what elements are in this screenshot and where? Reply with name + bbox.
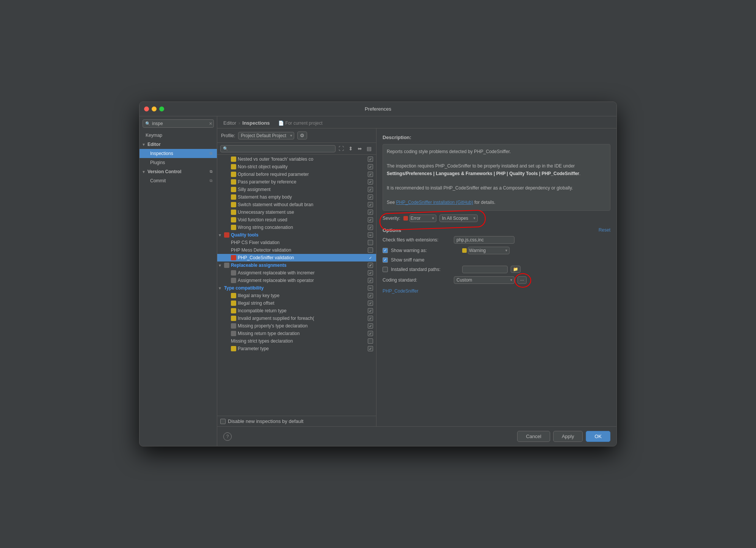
installed-paths-checkbox[interactable]: [383, 267, 388, 272]
scope-select[interactable]: In All Scopes: [439, 215, 478, 222]
severity-indicator: [231, 308, 236, 313]
inspection-search-box[interactable]: 🔍: [220, 145, 336, 152]
close-button[interactable]: [144, 106, 149, 111]
list-item-selected[interactable]: PHP_CodeSniffer validation: [217, 254, 376, 261]
sidebar-item-label: Inspections: [150, 151, 208, 156]
show-warning-checkbox[interactable]: [383, 248, 388, 253]
list-item[interactable]: Unnecessary statement use: [217, 208, 376, 216]
list-item[interactable]: Missing property's type declaration: [217, 322, 376, 330]
collapse-all-button[interactable]: ⬌: [356, 145, 364, 152]
list-item[interactable]: Missing return type declaration: [217, 330, 376, 337]
search-clear-icon[interactable]: ✕: [209, 121, 212, 126]
severity-indicator: [231, 187, 236, 192]
item-checkbox[interactable]: [368, 316, 373, 321]
sidebar-item-version-control[interactable]: ▼ Version Control ⧉: [140, 167, 217, 176]
reset-link[interactable]: Reset: [599, 227, 610, 233]
list-item[interactable]: Incompatible return type: [217, 307, 376, 315]
list-item[interactable]: PHP Mess Detector validation: [217, 246, 376, 254]
item-checkbox[interactable]: [368, 293, 373, 298]
item-checkbox[interactable]: [368, 331, 373, 336]
sidebar-item-keymap[interactable]: Keymap: [140, 131, 217, 140]
item-checkbox[interactable]: [368, 263, 373, 268]
coding-standard-select[interactable]: Custom PSR1 PSR2 PSR12 PEAR Squiz: [454, 276, 514, 284]
list-item-category[interactable]: ▼ Replaceable assignments: [217, 261, 376, 269]
item-checkbox[interactable]: [368, 157, 373, 162]
item-checkbox[interactable]: [368, 255, 373, 260]
installed-paths-browse-button[interactable]: 📁: [511, 266, 521, 273]
sidebar-item-editor[interactable]: ▼ Editor: [140, 140, 217, 149]
apply-button[interactable]: Apply: [553, 431, 583, 442]
item-checkbox[interactable]: [368, 346, 373, 351]
sidebar-item-inspections[interactable]: Inspections ⧉: [140, 149, 217, 158]
list-item[interactable]: Illegal string offset: [217, 299, 376, 307]
item-checkbox[interactable]: [368, 179, 373, 185]
item-checkbox[interactable]: [368, 338, 373, 344]
item-checkbox[interactable]: [368, 301, 373, 306]
list-item-category[interactable]: ▼ Type compatibility: [217, 284, 376, 292]
item-checkbox[interactable]: [368, 247, 373, 253]
maximize-button[interactable]: [159, 106, 164, 111]
list-item[interactable]: Missing strict types declaration: [217, 337, 376, 345]
show-warning-select[interactable]: Warning Error Info: [468, 247, 510, 254]
help-button[interactable]: ?: [223, 432, 232, 441]
list-item[interactable]: Assignment replaceable with incremer: [217, 269, 376, 277]
severity-select[interactable]: Error Warning Info: [409, 215, 436, 222]
sidebar-item-plugins[interactable]: Plugins: [140, 158, 217, 167]
show-sniff-checkbox[interactable]: [383, 257, 388, 263]
item-checkbox[interactable]: [368, 210, 373, 215]
item-checkbox[interactable]: [368, 225, 373, 230]
item-checkbox[interactable]: [368, 270, 373, 276]
list-item[interactable]: Void function result used: [217, 216, 376, 224]
list-item[interactable]: Nested vs outer 'foreach' variables co: [217, 155, 376, 163]
php-codesniffer-github-link[interactable]: PHP_CodeSniffer installation (GitHub): [396, 200, 473, 205]
item-label: Nested vs outer 'foreach' variables co: [238, 157, 366, 162]
gear-button[interactable]: ⚙: [297, 132, 307, 139]
item-checkbox[interactable]: [368, 240, 373, 245]
list-item[interactable]: Statement has empty body: [217, 193, 376, 201]
item-checkbox[interactable]: [368, 217, 373, 222]
profile-select-wrapper: Project Default Project ▼: [238, 132, 294, 139]
sidebar-search-input[interactable]: [152, 121, 209, 126]
item-checkbox[interactable]: [368, 278, 373, 283]
list-item[interactable]: Silly assignment: [217, 186, 376, 193]
item-checkbox[interactable]: [368, 164, 373, 169]
list-item[interactable]: Non-strict object equality: [217, 163, 376, 171]
copy-icon: ⧉: [210, 169, 212, 174]
list-item[interactable]: Illegal array key type: [217, 292, 376, 299]
minimize-button[interactable]: [152, 106, 157, 111]
search-box[interactable]: 🔍 ✕: [143, 119, 214, 128]
severity-indicator: [231, 316, 236, 321]
disable-checkbox[interactable]: [220, 419, 226, 424]
item-label: Unnecessary statement use: [238, 210, 366, 215]
ok-button[interactable]: OK: [586, 431, 610, 442]
check-files-input[interactable]: [454, 236, 514, 244]
layout-button[interactable]: ▤: [365, 145, 373, 152]
list-item[interactable]: Wrong string concatenation: [217, 224, 376, 231]
item-label: Statement has empty body: [238, 194, 366, 200]
item-checkbox[interactable]: [368, 323, 373, 329]
list-item[interactable]: Assignment replaceable with operator: [217, 277, 376, 284]
item-checkbox[interactable]: [368, 202, 373, 207]
list-item[interactable]: Optional before required parameter: [217, 171, 376, 178]
list-item-category[interactable]: ▼ Quality tools: [217, 231, 376, 239]
item-checkbox[interactable]: [368, 187, 373, 192]
php-codesniffer-link[interactable]: PHP_CodeSniffer: [383, 288, 419, 294]
item-checkbox[interactable]: [368, 285, 373, 291]
search-icon: 🔍: [145, 121, 151, 126]
profile-select[interactable]: Project Default Project: [238, 132, 294, 139]
sidebar-item-commit[interactable]: Commit ⧉: [140, 176, 217, 185]
list-item[interactable]: PHP CS Fixer validation: [217, 239, 376, 246]
item-checkbox[interactable]: [368, 194, 373, 200]
list-item[interactable]: Pass parameter by reference: [217, 178, 376, 186]
item-checkbox[interactable]: [368, 308, 373, 313]
item-checkbox[interactable]: [368, 172, 373, 177]
list-item[interactable]: Parameter type: [217, 345, 376, 352]
list-item[interactable]: Invalid argument supplied for foreach(: [217, 315, 376, 322]
cancel-button[interactable]: Cancel: [517, 431, 550, 442]
item-checkbox[interactable]: [368, 232, 373, 238]
list-item[interactable]: Switch statement without default bran: [217, 201, 376, 208]
ellipsis-button[interactable]: ···: [518, 276, 527, 284]
installed-paths-input[interactable]: [462, 266, 508, 273]
expand-all-button[interactable]: ⬍: [347, 145, 354, 152]
filter-button[interactable]: ⛶: [337, 145, 345, 152]
